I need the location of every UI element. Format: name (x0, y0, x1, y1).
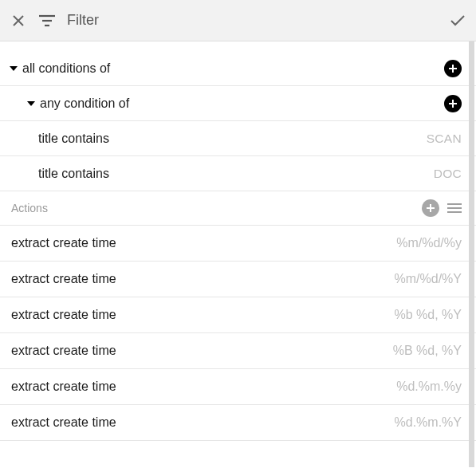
condition-label: title contains (38, 132, 109, 146)
reorder-icon[interactable] (447, 203, 462, 214)
action-label: extract create time (11, 415, 116, 430)
header-bar: Filter (0, 0, 476, 41)
page-title: Filter (67, 12, 99, 29)
actions-label: Actions (11, 202, 48, 214)
action-row[interactable]: extract create time %m/%d/%y (0, 226, 476, 262)
condition-group-all[interactable]: all conditions of (0, 51, 476, 86)
action-label: extract create time (11, 380, 116, 394)
group-label: any condition of (40, 96, 129, 111)
action-label: extract create time (11, 308, 116, 322)
action-label: extract create time (11, 236, 116, 250)
action-value: %b %d, %Y (395, 308, 462, 322)
condition-value: SCAN (427, 132, 462, 146)
action-label: extract create time (11, 344, 116, 358)
add-condition-button[interactable] (444, 60, 462, 77)
action-row[interactable]: extract create time %B %d, %Y (0, 333, 476, 369)
filter-icon (38, 12, 56, 30)
scrollbar[interactable] (469, 41, 474, 467)
condition-row[interactable]: title contains SCAN (0, 121, 476, 156)
action-row[interactable]: extract create time %d.%m.%Y (0, 405, 476, 441)
action-row[interactable]: extract create time %b %d, %Y (0, 297, 476, 333)
content-area: all conditions of any condition of title… (0, 41, 476, 472)
condition-row[interactable]: title contains DOC (0, 156, 476, 191)
action-value: %B %d, %Y (393, 344, 462, 358)
add-action-button[interactable] (422, 199, 439, 217)
add-condition-button[interactable] (444, 95, 462, 112)
action-row[interactable]: extract create time %m/%d/%Y (0, 262, 476, 297)
chevron-down-icon[interactable] (27, 101, 35, 106)
action-row[interactable]: extract create time %d.%m.%y (0, 369, 476, 405)
chevron-down-icon[interactable] (10, 66, 18, 71)
action-label: extract create time (11, 272, 116, 286)
action-value: %d.%m.%Y (395, 415, 462, 430)
confirm-icon[interactable] (449, 12, 466, 30)
close-icon[interactable] (10, 12, 27, 30)
action-value: %m/%d/%Y (395, 272, 462, 286)
actions-section-header: Actions (0, 191, 476, 226)
action-value: %d.%m.%y (396, 380, 462, 394)
group-label: all conditions of (22, 61, 110, 76)
condition-label: title contains (38, 167, 109, 181)
condition-group-any[interactable]: any condition of (0, 86, 476, 121)
condition-value: DOC (434, 167, 462, 181)
action-value: %m/%d/%y (396, 236, 462, 250)
